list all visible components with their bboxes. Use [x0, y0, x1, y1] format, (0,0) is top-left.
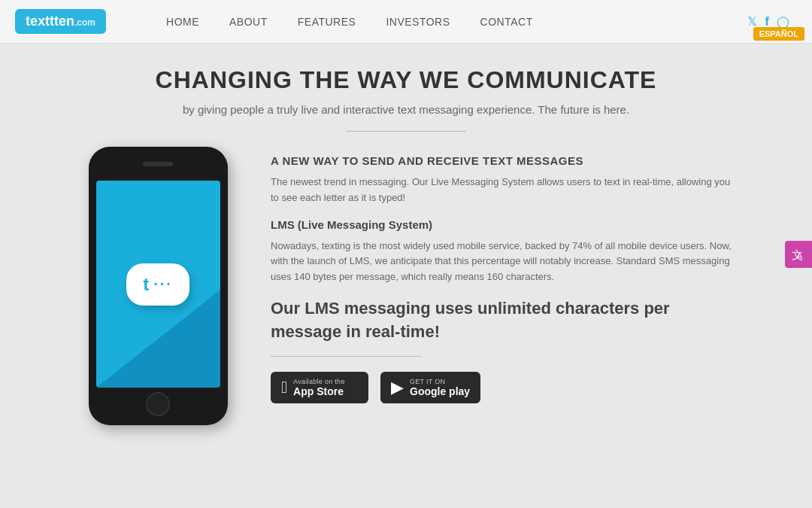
main-content: CHANGING THE WAY WE COMMUNICATE by givin… [0, 44, 812, 440]
nav-contact[interactable]: CONTACT [480, 16, 533, 28]
logo-text: texttten.com [26, 14, 95, 29]
bubble-dots: ··· [153, 275, 173, 293]
translate-icon: 文 A [790, 246, 807, 263]
right-content: A NEW WAY TO SEND AND RECEIVE TEXT MESSA… [271, 147, 737, 403]
bubble-letter: t [143, 274, 149, 295]
logo[interactable]: texttten.com [15, 9, 106, 34]
instagram-icon[interactable]: ◯ [777, 15, 789, 29]
phone-speaker [143, 162, 173, 166]
apple-icon:  [281, 378, 287, 397]
hero-subtitle: by giving people a truly live and intera… [183, 103, 629, 116]
translate-button[interactable]: 文 A [785, 241, 812, 268]
googleplay-button[interactable]: ▶ GET IT ON Google play [380, 372, 480, 403]
feature-description2: Nowadays, texting is the most widely use… [271, 239, 737, 285]
cta-text: Our LMS messaging uses unlimited charact… [271, 297, 737, 344]
nav-investors[interactable]: INVESTORS [386, 16, 450, 28]
nav-about[interactable]: ABOUT [229, 16, 268, 28]
hero-title: CHANGING THE WAY WE COMMUNICATE [156, 66, 657, 94]
store-buttons:  Available on the App Store ▶ GET IT ON… [271, 372, 737, 403]
feature-subtitle: LMS (Live Messaging System) [271, 218, 737, 231]
phone-container: t ··· [75, 147, 241, 425]
navbar: texttten.com HOME ABOUT FEATURES INVESTO… [0, 0, 812, 44]
nav-links: HOME ABOUT FEATURES INVESTORS CONTACT [166, 16, 747, 28]
appstore-button[interactable]:  Available on the App Store [271, 372, 368, 403]
appstore-small-label: Available on the [293, 378, 345, 385]
appstore-text: Available on the App Store [293, 378, 345, 397]
feature-description1: The newest trend in messaging. Our Live … [271, 175, 737, 206]
espanol-button[interactable]: ESPAÑOL [753, 27, 804, 41]
hero-divider [346, 131, 466, 132]
svg-text:A: A [797, 251, 802, 260]
content-divider [271, 356, 421, 357]
phone-screen: t ··· [96, 181, 220, 388]
speech-bubble: t ··· [126, 263, 189, 306]
googleplay-small-label: GET IT ON [410, 378, 470, 385]
logo-suffix: .com [74, 17, 95, 28]
play-icon: ▶ [391, 378, 404, 397]
googleplay-text: GET IT ON Google play [410, 378, 470, 397]
appstore-big-label: App Store [293, 385, 345, 397]
phone-mockup: t ··· [89, 147, 228, 425]
feature-title: A NEW WAY TO SEND AND RECEIVE TEXT MESSA… [271, 154, 737, 167]
phone-home-button [146, 392, 170, 416]
nav-features[interactable]: FEATURES [298, 16, 356, 28]
googleplay-big-label: Google play [410, 385, 470, 397]
nav-home[interactable]: HOME [166, 16, 199, 28]
content-row: t ··· A NEW WAY TO SEND AND RECEIVE TEXT… [30, 147, 782, 425]
